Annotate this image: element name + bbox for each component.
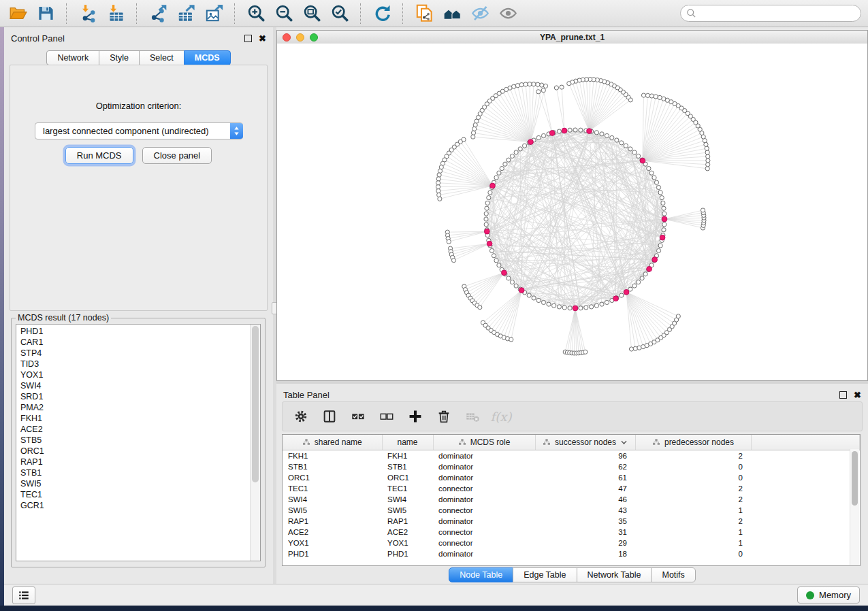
table-scrollbar[interactable] — [850, 449, 859, 565]
cell-mcds_role[interactable]: dominator — [433, 516, 535, 527]
zoom-in-button[interactable] — [245, 3, 267, 24]
float-panel-icon[interactable] — [244, 35, 252, 42]
mcds-result-item[interactable]: SWI4 — [20, 380, 251, 391]
cell-name[interactable]: FKH1 — [382, 450, 433, 462]
table-row[interactable]: TEC1TEC1connector472 — [283, 483, 860, 494]
table-settings-button[interactable] — [292, 408, 310, 425]
cell-successor_nodes[interactable]: 43 — [535, 505, 635, 516]
import-network-button[interactable] — [77, 3, 99, 24]
refresh-layout-button[interactable] — [371, 3, 393, 24]
mcds-result-item[interactable]: ACE2 — [20, 424, 251, 435]
mcds-result-item[interactable]: TID3 — [20, 359, 251, 369]
table-row[interactable]: ORC1ORC1dominator610 — [283, 472, 860, 483]
cell-name[interactable]: SWI4 — [382, 494, 433, 505]
table-row[interactable]: STB1STB1dominator620 — [283, 461, 860, 472]
close-table-panel-icon[interactable]: ✖ — [854, 392, 861, 398]
duplicate-network-button[interactable] — [413, 3, 435, 24]
cell-mcds_role[interactable]: dominator — [433, 472, 535, 483]
search-input[interactable] — [696, 8, 855, 19]
tab-select[interactable]: Select — [139, 50, 184, 65]
panel-list-button[interactable] — [12, 587, 35, 604]
mcds-result-item[interactable]: GCR1 — [20, 500, 251, 511]
mcds-result-item[interactable]: CAR1 — [20, 337, 251, 348]
cell-shared_name[interactable]: TEC1 — [283, 483, 382, 494]
table-row[interactable]: RAP1RAP1dominator352 — [283, 516, 860, 527]
cell-name[interactable]: TEC1 — [382, 483, 433, 494]
table-row[interactable]: YOX1YOX1connector291 — [283, 538, 860, 548]
tab-style[interactable]: Style — [99, 50, 140, 65]
cell-shared_name[interactable]: SWI4 — [283, 494, 382, 505]
cell-successor_nodes[interactable]: 31 — [535, 527, 635, 538]
first-neighbors-button[interactable] — [441, 3, 463, 24]
cell-mcds_role[interactable]: connector — [433, 527, 535, 538]
hide-selected-button[interactable] — [469, 3, 491, 24]
table-scrollbar-thumb[interactable] — [852, 451, 858, 506]
memory-button[interactable]: Memory — [797, 587, 860, 604]
mcds-result-item[interactable]: SRD1 — [20, 391, 251, 402]
table-row[interactable]: FKH1FKH1dominator962 — [283, 450, 860, 462]
cell-predecessor_nodes[interactable]: 2 — [635, 483, 751, 494]
mcds-result-item[interactable]: SWI5 — [20, 478, 251, 489]
cell-mcds_role[interactable]: connector — [433, 505, 535, 516]
cell-name[interactable]: RAP1 — [382, 516, 433, 527]
cell-name[interactable]: PHD1 — [382, 548, 433, 559]
table-row[interactable]: SWI4SWI4dominator462 — [283, 494, 860, 505]
select-all-checkboxes-button[interactable] — [349, 408, 367, 425]
cell-shared_name[interactable]: YOX1 — [283, 538, 382, 548]
table-row[interactable]: PHD1PHD1dominator180 — [283, 548, 860, 559]
cell-name[interactable]: STB1 — [382, 461, 433, 472]
cell-predecessor_nodes[interactable]: 0 — [635, 461, 751, 472]
cell-mcds_role[interactable]: dominator — [433, 494, 535, 505]
mcds-list-scrollbar[interactable] — [250, 325, 260, 561]
column-header-MCDS-role[interactable]: MCDS role — [433, 435, 535, 450]
cell-mcds_role[interactable]: dominator — [433, 461, 535, 472]
zoom-fit-button[interactable] — [301, 3, 323, 24]
search-box[interactable] — [680, 5, 861, 22]
mcds-result-item[interactable]: YOX1 — [20, 369, 251, 380]
export-network-button[interactable] — [147, 3, 169, 24]
cell-predecessor_nodes[interactable]: 1 — [635, 505, 751, 516]
mcds-result-item[interactable]: STB5 — [20, 435, 251, 446]
cell-mcds_role[interactable]: connector — [433, 538, 535, 548]
float-table-panel-icon[interactable] — [839, 391, 847, 399]
cell-predecessor_nodes[interactable]: 0 — [635, 472, 751, 483]
cell-mcds_role[interactable]: dominator — [433, 548, 535, 559]
mcds-result-item[interactable]: STP4 — [20, 348, 251, 359]
cell-shared_name[interactable]: FKH1 — [283, 450, 382, 462]
tab-mcds[interactable]: MCDS — [184, 50, 231, 65]
column-header-name[interactable]: name — [382, 435, 433, 450]
cell-successor_nodes[interactable]: 46 — [535, 494, 635, 505]
export-image-button[interactable] — [203, 3, 225, 24]
cell-shared_name[interactable]: ORC1 — [283, 472, 382, 483]
zoom-out-button[interactable] — [273, 3, 295, 24]
cell-shared_name[interactable]: SWI5 — [283, 505, 382, 516]
network-canvas[interactable] — [277, 44, 867, 380]
cell-successor_nodes[interactable]: 96 — [535, 450, 635, 462]
cell-successor_nodes[interactable]: 35 — [535, 516, 635, 527]
mcds-scrollbar-thumb[interactable] — [252, 326, 259, 482]
optimization-criterion-select[interactable]: largest connected component (undirected) — [35, 122, 243, 139]
mcds-result-list[interactable]: PHD1CAR1STP4TID3YOX1SWI4SRD1PMA2FKH1ACE2… — [16, 325, 251, 561]
cell-predecessor_nodes[interactable]: 2 — [635, 450, 751, 462]
mcds-result-item[interactable]: RAP1 — [20, 457, 251, 467]
export-table-button[interactable] — [175, 3, 197, 24]
tab-network[interactable]: Network — [46, 50, 99, 65]
tab-network-table[interactable]: Network Table — [577, 567, 652, 582]
table-row[interactable]: SWI5SWI5connector431 — [283, 505, 860, 516]
zoom-selected-button[interactable] — [329, 3, 351, 24]
cell-name[interactable]: YOX1 — [382, 538, 433, 548]
cell-predecessor_nodes[interactable]: 2 — [635, 494, 751, 505]
mcds-result-item[interactable]: FKH1 — [20, 413, 251, 424]
mcds-result-item[interactable]: PHD1 — [20, 326, 251, 337]
cell-successor_nodes[interactable]: 62 — [535, 461, 635, 472]
deselect-all-checkboxes-button[interactable] — [378, 408, 396, 425]
cell-predecessor_nodes[interactable]: 1 — [635, 538, 751, 548]
close-panel-icon[interactable]: ✖ — [259, 35, 266, 42]
cell-successor_nodes[interactable]: 47 — [535, 483, 635, 494]
cell-mcds_role[interactable]: dominator — [433, 450, 535, 462]
table-row[interactable]: ACE2ACE2connector311 — [283, 527, 860, 538]
tab-motifs[interactable]: Motifs — [651, 567, 695, 582]
show-all-button[interactable] — [497, 3, 519, 24]
column-header-predecessor-nodes[interactable]: predecessor nodes — [635, 435, 751, 450]
cell-shared_name[interactable]: STB1 — [283, 461, 382, 472]
